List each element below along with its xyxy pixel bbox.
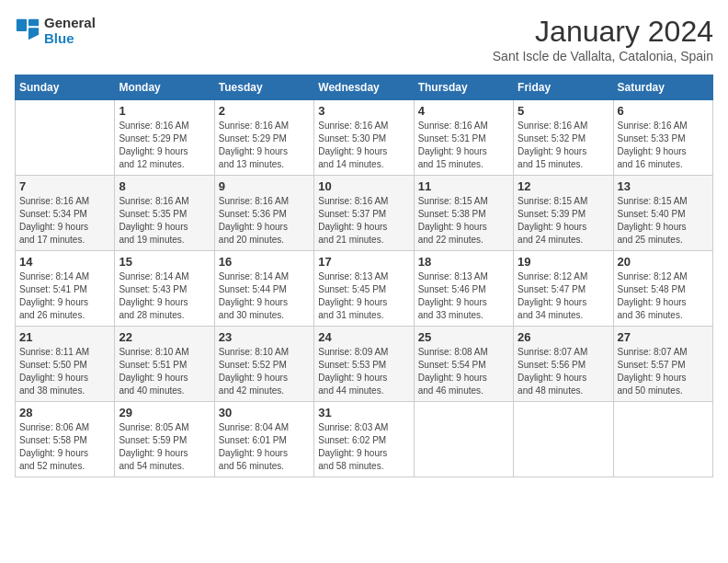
day-number: 6 bbox=[618, 104, 709, 118]
calendar-cell: 4Sunrise: 8:16 AM Sunset: 5:31 PM Daylig… bbox=[414, 100, 513, 176]
calendar-cell: 23Sunrise: 8:10 AM Sunset: 5:52 PM Dayli… bbox=[214, 327, 313, 402]
day-number: 25 bbox=[418, 330, 509, 344]
calendar-cell: 11Sunrise: 8:15 AM Sunset: 5:38 PM Dayli… bbox=[414, 176, 513, 251]
logo-text: General Blue bbox=[44, 15, 96, 46]
day-info: Sunrise: 8:07 AM Sunset: 5:57 PM Dayligh… bbox=[618, 346, 709, 397]
calendar-cell: 19Sunrise: 8:12 AM Sunset: 5:47 PM Dayli… bbox=[514, 251, 613, 327]
day-number: 5 bbox=[518, 104, 609, 118]
day-number: 26 bbox=[518, 330, 609, 344]
svg-rect-1 bbox=[28, 19, 39, 26]
weekday-header-monday: Monday bbox=[115, 75, 214, 100]
day-info: Sunrise: 8:06 AM Sunset: 5:58 PM Dayligh… bbox=[19, 421, 110, 473]
weekday-header-friday: Friday bbox=[514, 75, 613, 100]
day-info: Sunrise: 8:15 AM Sunset: 5:39 PM Dayligh… bbox=[518, 195, 609, 247]
day-info: Sunrise: 8:05 AM Sunset: 5:59 PM Dayligh… bbox=[119, 421, 210, 473]
calendar-cell: 27Sunrise: 8:07 AM Sunset: 5:57 PM Dayli… bbox=[613, 327, 712, 402]
weekday-header-sunday: Sunday bbox=[16, 75, 115, 100]
calendar-cell: 21Sunrise: 8:11 AM Sunset: 5:50 PM Dayli… bbox=[16, 327, 115, 402]
day-info: Sunrise: 8:13 AM Sunset: 5:46 PM Dayligh… bbox=[418, 270, 509, 322]
day-info: Sunrise: 8:16 AM Sunset: 5:33 PM Dayligh… bbox=[618, 120, 709, 171]
day-number: 28 bbox=[19, 406, 110, 419]
calendar-cell: 10Sunrise: 8:16 AM Sunset: 5:37 PM Dayli… bbox=[314, 176, 414, 251]
title-area: January 2024 Sant Iscle de Vallalta, Cat… bbox=[493, 15, 713, 63]
day-number: 30 bbox=[219, 406, 310, 419]
day-info: Sunrise: 8:16 AM Sunset: 5:31 PM Dayligh… bbox=[418, 120, 509, 171]
day-number: 15 bbox=[119, 255, 210, 269]
day-info: Sunrise: 8:15 AM Sunset: 5:38 PM Dayligh… bbox=[418, 195, 509, 247]
calendar-cell: 17Sunrise: 8:13 AM Sunset: 5:45 PM Dayli… bbox=[314, 251, 414, 327]
page-header: General Blue January 2024 Sant Iscle de … bbox=[15, 15, 713, 63]
calendar-cell: 16Sunrise: 8:14 AM Sunset: 5:44 PM Dayli… bbox=[214, 251, 313, 327]
day-info: Sunrise: 8:07 AM Sunset: 5:56 PM Dayligh… bbox=[518, 346, 609, 397]
calendar-cell: 6Sunrise: 8:16 AM Sunset: 5:33 PM Daylig… bbox=[613, 100, 712, 176]
calendar-cell: 1Sunrise: 8:16 AM Sunset: 5:29 PM Daylig… bbox=[115, 100, 214, 176]
calendar-cell: 28Sunrise: 8:06 AM Sunset: 5:58 PM Dayli… bbox=[16, 402, 115, 477]
calendar-cell: 15Sunrise: 8:14 AM Sunset: 5:43 PM Dayli… bbox=[115, 251, 214, 327]
day-number: 10 bbox=[318, 179, 409, 193]
day-info: Sunrise: 8:14 AM Sunset: 5:41 PM Dayligh… bbox=[19, 270, 110, 322]
calendar-cell bbox=[414, 402, 513, 477]
day-number: 7 bbox=[19, 179, 110, 193]
day-number: 1 bbox=[119, 104, 210, 118]
day-number: 19 bbox=[518, 255, 609, 269]
calendar-cell: 13Sunrise: 8:15 AM Sunset: 5:40 PM Dayli… bbox=[613, 176, 712, 251]
calendar-cell: 12Sunrise: 8:15 AM Sunset: 5:39 PM Dayli… bbox=[514, 176, 613, 251]
day-info: Sunrise: 8:16 AM Sunset: 5:29 PM Dayligh… bbox=[119, 120, 210, 171]
day-info: Sunrise: 8:15 AM Sunset: 5:40 PM Dayligh… bbox=[618, 195, 709, 247]
calendar-cell: 31Sunrise: 8:03 AM Sunset: 6:02 PM Dayli… bbox=[314, 402, 414, 477]
svg-marker-2 bbox=[28, 28, 39, 40]
day-number: 3 bbox=[318, 104, 409, 118]
calendar-table: SundayMondayTuesdayWednesdayThursdayFrid… bbox=[15, 75, 713, 477]
day-number: 31 bbox=[318, 406, 409, 419]
day-number: 12 bbox=[518, 179, 609, 193]
day-number: 18 bbox=[418, 255, 509, 269]
day-info: Sunrise: 8:13 AM Sunset: 5:45 PM Dayligh… bbox=[318, 270, 409, 322]
day-info: Sunrise: 8:12 AM Sunset: 5:48 PM Dayligh… bbox=[618, 270, 709, 322]
calendar-cell: 9Sunrise: 8:16 AM Sunset: 5:36 PM Daylig… bbox=[214, 176, 313, 251]
day-number: 24 bbox=[318, 330, 409, 344]
weekday-header-saturday: Saturday bbox=[613, 75, 712, 100]
day-number: 17 bbox=[318, 255, 409, 269]
calendar-cell: 2Sunrise: 8:16 AM Sunset: 5:29 PM Daylig… bbox=[214, 100, 313, 176]
day-number: 22 bbox=[119, 330, 210, 344]
calendar-cell: 26Sunrise: 8:07 AM Sunset: 5:56 PM Dayli… bbox=[514, 327, 613, 402]
day-number: 11 bbox=[418, 179, 509, 193]
day-number: 16 bbox=[219, 255, 310, 269]
calendar-cell: 30Sunrise: 8:04 AM Sunset: 6:01 PM Dayli… bbox=[214, 402, 313, 477]
day-number: 13 bbox=[618, 179, 709, 193]
day-info: Sunrise: 8:10 AM Sunset: 5:52 PM Dayligh… bbox=[219, 346, 310, 397]
day-number: 2 bbox=[219, 104, 310, 118]
day-number: 21 bbox=[19, 330, 110, 344]
day-info: Sunrise: 8:08 AM Sunset: 5:54 PM Dayligh… bbox=[418, 346, 509, 397]
location-subtitle: Sant Iscle de Vallalta, Catalonia, Spain bbox=[493, 49, 713, 63]
calendar-cell: 22Sunrise: 8:10 AM Sunset: 5:51 PM Dayli… bbox=[115, 327, 214, 402]
logo: General Blue bbox=[15, 15, 96, 46]
day-number: 14 bbox=[19, 255, 110, 269]
calendar-cell: 25Sunrise: 8:08 AM Sunset: 5:54 PM Dayli… bbox=[414, 327, 513, 402]
day-info: Sunrise: 8:14 AM Sunset: 5:43 PM Dayligh… bbox=[119, 270, 210, 322]
weekday-header-tuesday: Tuesday bbox=[214, 75, 313, 100]
day-info: Sunrise: 8:16 AM Sunset: 5:34 PM Dayligh… bbox=[19, 195, 110, 247]
month-title: January 2024 bbox=[493, 15, 713, 49]
calendar-cell bbox=[514, 402, 613, 477]
svg-rect-0 bbox=[17, 19, 27, 31]
logo-icon bbox=[15, 17, 40, 43]
day-number: 27 bbox=[618, 330, 709, 344]
calendar-cell bbox=[613, 402, 712, 477]
calendar-cell: 24Sunrise: 8:09 AM Sunset: 5:53 PM Dayli… bbox=[314, 327, 414, 402]
day-info: Sunrise: 8:16 AM Sunset: 5:37 PM Dayligh… bbox=[318, 195, 409, 247]
calendar-cell: 5Sunrise: 8:16 AM Sunset: 5:32 PM Daylig… bbox=[514, 100, 613, 176]
day-number: 9 bbox=[219, 179, 310, 193]
day-info: Sunrise: 8:11 AM Sunset: 5:50 PM Dayligh… bbox=[19, 346, 110, 397]
calendar-cell: 8Sunrise: 8:16 AM Sunset: 5:35 PM Daylig… bbox=[115, 176, 214, 251]
weekday-header-thursday: Thursday bbox=[414, 75, 513, 100]
day-info: Sunrise: 8:12 AM Sunset: 5:47 PM Dayligh… bbox=[518, 270, 609, 322]
calendar-cell: 20Sunrise: 8:12 AM Sunset: 5:48 PM Dayli… bbox=[613, 251, 712, 327]
day-info: Sunrise: 8:16 AM Sunset: 5:35 PM Dayligh… bbox=[119, 195, 210, 247]
calendar-cell bbox=[16, 100, 115, 176]
calendar-cell: 18Sunrise: 8:13 AM Sunset: 5:46 PM Dayli… bbox=[414, 251, 513, 327]
calendar-cell: 14Sunrise: 8:14 AM Sunset: 5:41 PM Dayli… bbox=[16, 251, 115, 327]
day-number: 29 bbox=[119, 406, 210, 419]
day-number: 23 bbox=[219, 330, 310, 344]
day-info: Sunrise: 8:04 AM Sunset: 6:01 PM Dayligh… bbox=[219, 421, 310, 473]
